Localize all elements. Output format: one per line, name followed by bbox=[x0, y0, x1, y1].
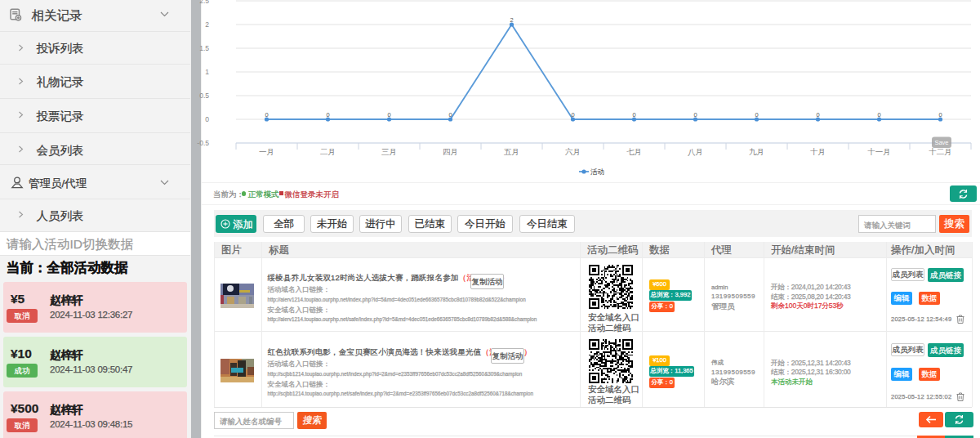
svg-text:十月: 十月 bbox=[810, 147, 826, 156]
svg-text:0: 0 bbox=[448, 111, 452, 118]
svg-text:0: 0 bbox=[387, 111, 390, 118]
svg-text:0: 0 bbox=[205, 115, 209, 123]
svg-text:1.5: 1.5 bbox=[199, 44, 209, 52]
svg-text:0.5: 0.5 bbox=[199, 92, 209, 100]
svg-text:活动: 活动 bbox=[590, 168, 604, 176]
svg-text:二月: 二月 bbox=[320, 147, 336, 156]
svg-text:0: 0 bbox=[816, 111, 819, 118]
svg-text:六月: 六月 bbox=[565, 147, 581, 156]
svg-text:-0.5: -0.5 bbox=[197, 139, 209, 147]
svg-text:0: 0 bbox=[571, 111, 574, 118]
svg-text:一月: 一月 bbox=[259, 147, 274, 156]
svg-text:0: 0 bbox=[877, 111, 880, 118]
svg-text:0: 0 bbox=[265, 111, 268, 118]
svg-text:五月: 五月 bbox=[504, 147, 519, 156]
svg-text:0: 0 bbox=[326, 111, 329, 118]
svg-text:四月: 四月 bbox=[443, 147, 458, 156]
svg-text:八月: 八月 bbox=[688, 147, 703, 157]
svg-text:2: 2 bbox=[510, 16, 513, 24]
svg-text:0: 0 bbox=[632, 111, 635, 118]
svg-text:九月: 九月 bbox=[749, 147, 764, 156]
svg-text:1: 1 bbox=[205, 68, 209, 76]
svg-text:十二月: 十二月 bbox=[929, 147, 952, 156]
svg-text:2: 2 bbox=[205, 20, 209, 29]
svg-text:0: 0 bbox=[755, 111, 758, 118]
svg-text:0: 0 bbox=[938, 111, 942, 118]
svg-text:Save: Save bbox=[934, 139, 948, 146]
svg-text:十一月: 十一月 bbox=[867, 147, 891, 156]
svg-text:0: 0 bbox=[693, 111, 697, 118]
svg-text:三月: 三月 bbox=[381, 147, 397, 156]
svg-text:2.5: 2.5 bbox=[199, 0, 209, 5]
svg-text:七月: 七月 bbox=[626, 147, 642, 156]
